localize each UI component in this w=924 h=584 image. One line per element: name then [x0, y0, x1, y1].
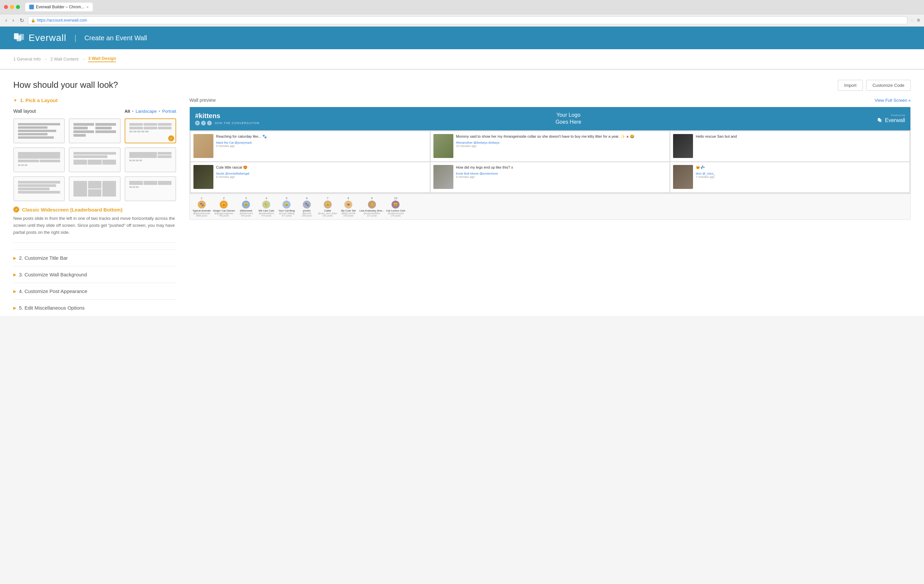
- layout-card-2[interactable]: [69, 118, 120, 143]
- preview-wall: #kittens @ f t JOIN THE CONVERSATION You…: [190, 107, 911, 220]
- menu-icon[interactable]: ≡: [917, 17, 920, 23]
- lb-avatar: 🐱: [242, 200, 250, 208]
- section2-arrow-icon: ▶: [13, 256, 16, 260]
- maximize-dot[interactable]: [16, 5, 20, 9]
- section1-header[interactable]: ▼ 1. Pick a Layout: [13, 98, 176, 103]
- filter-all[interactable]: All: [125, 109, 130, 114]
- close-dot[interactable]: [4, 5, 8, 9]
- lb-name: My Cute Tail: [341, 209, 356, 212]
- section1-arrow-icon: ▼: [13, 98, 17, 103]
- lb-posts: 234 posts: [302, 215, 312, 217]
- breadcrumb-step3[interactable]: 3 Wall Design: [88, 56, 116, 62]
- lb-item: 9 🐈 Lisa Krakosky (first... @orlandokitt…: [360, 197, 384, 217]
- bookmark-icon[interactable]: ☆: [910, 18, 914, 23]
- view-fullscreen-link[interactable]: View Full Screen »: [875, 98, 911, 103]
- lb-item: 5 😸 Your Cat Blog @YourCatBlog 377 posts: [277, 197, 296, 217]
- customize-code-button[interactable]: Customize Code: [866, 80, 911, 91]
- lb-handle: @YourCatBlog: [279, 212, 294, 215]
- post-text: Mommy said to show her my #orangeinside …: [456, 134, 667, 139]
- forward-button[interactable]: ›: [11, 17, 15, 24]
- preview-left-info: #kittens @ f t JOIN THE CONVERSATION: [195, 112, 259, 126]
- back-button[interactable]: ‹: [4, 17, 8, 24]
- lb-avatar: 😺: [391, 200, 399, 208]
- lb-number: 3: [245, 197, 247, 200]
- section3-header[interactable]: ▶ 3. Customize Wall Background: [13, 266, 176, 283]
- layout-card-3[interactable]: ✓: [125, 118, 176, 143]
- lb-handle: @jmuN1: [302, 212, 312, 215]
- layout-card-9[interactable]: [125, 176, 176, 201]
- section4-header[interactable]: ▶ 4. Customize Post Appearance: [13, 283, 176, 299]
- minimize-dot[interactable]: [10, 5, 14, 9]
- section5-header[interactable]: ▶ 5. Edit Miscellaneous Options: [13, 299, 176, 316]
- preview-posts-grid: Reaching for caturday like... 🐾 Mack the…: [190, 131, 910, 193]
- lb-posts: 377 posts: [282, 215, 292, 217]
- lb-posts: 3066 posts: [196, 215, 207, 217]
- post-content: How did my legs end up like this? x Evvi…: [456, 165, 667, 179]
- post-username: #kimansilver @drelseys drelseys: [456, 141, 667, 144]
- browser-dots: [4, 5, 20, 9]
- address-bar[interactable]: 🔒 https://account.everwall.com: [28, 16, 908, 24]
- lb-item: 2 😺 Ginger Cat Games @gingercatgames 795…: [213, 197, 235, 217]
- lb-number: 2: [223, 197, 225, 200]
- left-panel: ▼ 1. Pick a Layout Wall layout All • Lan…: [13, 98, 190, 316]
- lb-avatar: 😸: [282, 200, 290, 208]
- browser-tab[interactable]: Everwall Builder – Chrom... ✕: [25, 3, 93, 11]
- svg-rect-4: [879, 119, 881, 122]
- lb-handle: @gingercatgames: [214, 212, 233, 215]
- post-text: How did my legs end up like this? x: [456, 165, 667, 170]
- lb-name: Ginger Cat Games: [213, 209, 235, 212]
- layout-card-7[interactable]: [13, 176, 65, 201]
- section5-label: 5. Edit Miscellaneous Options: [19, 305, 85, 311]
- section2-header[interactable]: ▶ 2. Customize Title Bar: [13, 250, 176, 266]
- browser-chrome: Everwall Builder – Chrom... ✕ ‹ › ↻ 🔒 ht…: [0, 0, 924, 26]
- breadcrumb-step1[interactable]: 1 General Info: [13, 56, 41, 61]
- section4-label: 4. Customize Post Appearance: [19, 288, 87, 294]
- tab-close-button[interactable]: ✕: [86, 5, 89, 9]
- browser-addressbar: ‹ › ↻ 🔒 https://account.everwall.com ☆ ≡: [0, 14, 924, 26]
- selected-layout-info: ✓ Classic Widescreen (Leaderboard Bottom…: [13, 207, 176, 236]
- lb-posts: 474 posts: [261, 215, 271, 217]
- lb-avatar: 😺: [220, 200, 228, 208]
- breadcrumb: 1 General Info → 2 Wall Content → 3 Wall…: [0, 49, 924, 69]
- layout-card-8[interactable]: [69, 176, 120, 201]
- refresh-button[interactable]: ↻: [18, 17, 25, 24]
- lb-handle: @orlandokittens: [363, 212, 380, 215]
- layout-card-1[interactable]: [13, 118, 65, 143]
- post-time: 10 minutes ago: [456, 144, 667, 148]
- post-text: Cute little rascal 😍: [216, 165, 427, 170]
- lb-name: Typical Animals: [193, 209, 211, 212]
- layout-card-6[interactable]: [125, 147, 176, 172]
- preview-post: How did my legs end up like this? x Evvi…: [431, 162, 670, 192]
- lb-number: 5: [286, 197, 287, 200]
- post-time: 9 minutes ago: [216, 144, 427, 148]
- preview-social-icons: @ f t JOIN THE CONVERSATION: [195, 121, 259, 126]
- header-divider: |: [74, 33, 76, 43]
- filter-dot1: •: [132, 109, 134, 114]
- app-logo: Everwall: [13, 32, 66, 44]
- lb-number: 9: [371, 197, 373, 200]
- post-text: Hello rescue San but and: [696, 134, 907, 139]
- filter-landscape[interactable]: Landscape: [135, 109, 157, 114]
- lb-posts: 795 posts: [219, 215, 229, 217]
- lb-item: 1 🐾 Typical Animals @typicalanimals 3066…: [193, 197, 211, 217]
- preview-join-text: JOIN THE CONVERSATION: [214, 121, 259, 125]
- url-text: https://account.everwall.com: [37, 18, 87, 23]
- layout-grid: ✓: [13, 118, 176, 201]
- layout-card-4[interactable]: [13, 147, 65, 172]
- import-button[interactable]: Import: [838, 80, 863, 91]
- heading-buttons: Import Customize Code: [838, 80, 911, 91]
- post-time: 6 minutes ago: [456, 175, 667, 179]
- layout-card-5[interactable]: [69, 147, 120, 172]
- lb-avatar: 🐈: [262, 200, 270, 208]
- lb-handle: @k9dressed: [240, 212, 252, 215]
- preview-powered-by: Powered by Everwall: [878, 114, 905, 123]
- post-image: [434, 134, 453, 158]
- lb-name: Cat Lovers Club: [386, 209, 405, 212]
- preview-post: Hello rescue San but and: [670, 131, 909, 161]
- filter-portrait[interactable]: Portrait: [162, 109, 176, 114]
- lb-name: We Like Cats: [259, 209, 274, 212]
- breadcrumb-step2[interactable]: 2 Wall Content: [50, 56, 78, 61]
- post-username: Evvie Bob Moore @evvievmore: [456, 172, 667, 175]
- post-meta: Moo @_mico_ 7 minutes ago: [696, 172, 907, 179]
- tab-favicon: [29, 5, 34, 9]
